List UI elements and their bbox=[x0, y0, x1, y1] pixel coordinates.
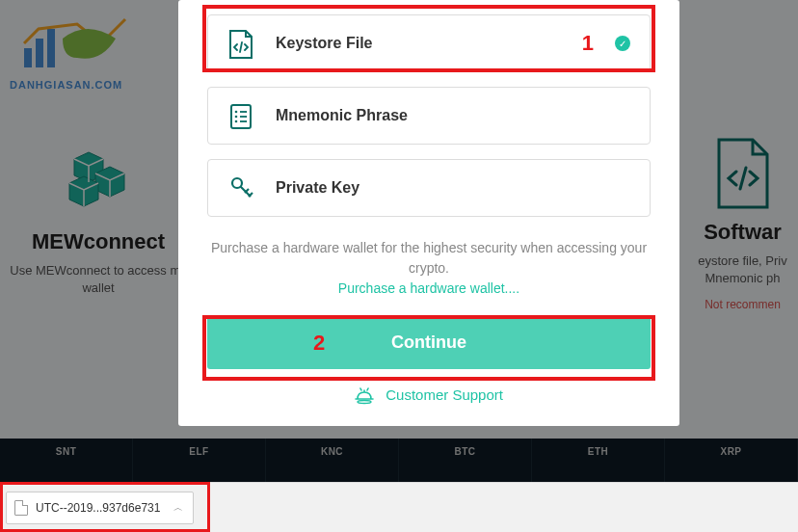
keystore-file-icon bbox=[227, 29, 254, 58]
svg-line-12 bbox=[245, 189, 249, 193]
svg-point-8 bbox=[235, 120, 238, 123]
option-keystore-file[interactable]: Keystore File 1 ✓ bbox=[207, 14, 651, 72]
bell-icon bbox=[355, 387, 374, 405]
option-label: Mnemonic Phrase bbox=[276, 107, 408, 124]
svg-line-13 bbox=[249, 193, 253, 197]
continue-label: Continue bbox=[391, 332, 466, 353]
access-wallet-modal: Keystore File 1 ✓ Mnemonic Phrase Privat… bbox=[178, 0, 679, 426]
svg-point-14 bbox=[358, 401, 371, 404]
mnemonic-icon bbox=[227, 101, 254, 130]
support-link[interactable]: Customer Support bbox=[386, 386, 503, 403]
customer-support[interactable]: Customer Support bbox=[207, 386, 651, 405]
purchase-link[interactable]: Purchase a hardware wallet.... bbox=[338, 280, 519, 296]
file-icon bbox=[14, 500, 28, 516]
check-icon: ✓ bbox=[615, 36, 630, 51]
annotation-1: 1 bbox=[582, 31, 594, 56]
chevron-up-icon[interactable]: ︿ bbox=[173, 501, 183, 515]
browser-download-bar: UTC--2019...937d6e731 ︿ bbox=[0, 482, 798, 532]
continue-button[interactable]: 2 Continue bbox=[207, 316, 651, 369]
option-private-key[interactable]: Private Key bbox=[207, 159, 651, 217]
download-item[interactable]: UTC--2019...937d6e731 ︿ bbox=[6, 492, 194, 524]
annotation-2: 2 bbox=[313, 331, 325, 356]
svg-point-6 bbox=[235, 116, 238, 119]
svg-point-4 bbox=[235, 111, 238, 114]
option-mnemonic-phrase[interactable]: Mnemonic Phrase bbox=[207, 87, 651, 145]
download-filename: UTC--2019...937d6e731 bbox=[36, 501, 160, 515]
option-label: Keystore File bbox=[276, 35, 372, 52]
option-label: Private Key bbox=[276, 179, 359, 197]
purchase-text: Purchase a hardware wallet for the highe… bbox=[207, 238, 651, 299]
private-key-icon bbox=[227, 173, 254, 202]
